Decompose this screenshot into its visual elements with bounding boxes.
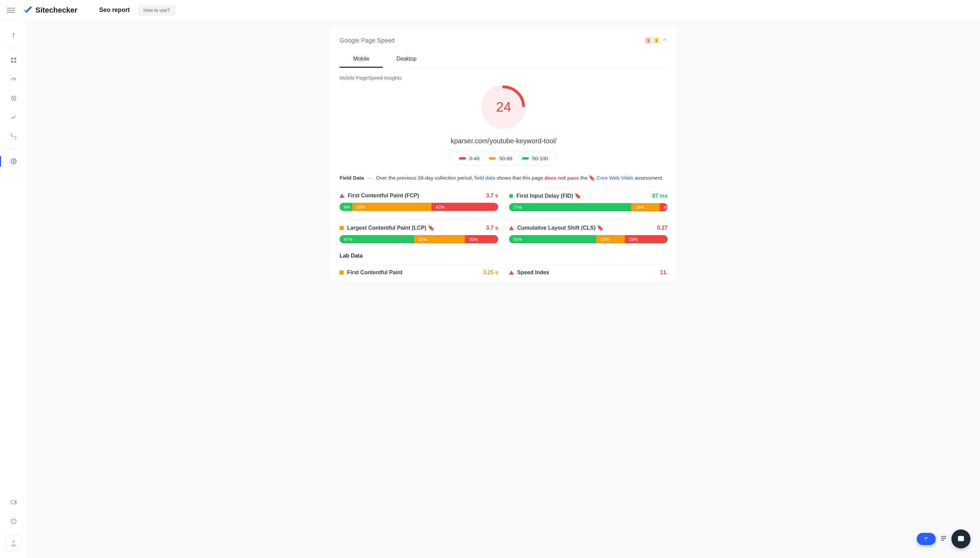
sidebar: ? [0,20,27,558]
metric-value: 11. [660,269,668,276]
chat-lines-icon [923,536,930,542]
metric-value: 87 ms [652,193,668,199]
metric-name: First Contentful Paint [347,269,480,276]
distribution-bar: 8%50%42% [340,203,498,211]
bar-segment: 32% [414,235,465,243]
bar-segment: 77% [509,203,631,211]
sidebar-item-link[interactable] [5,128,22,144]
legend-red: 0-49 [469,156,479,161]
sidebar-item-trend[interactable] [5,109,22,126]
user-avatar[interactable] [5,535,22,551]
metric-name: First Input Delay (FID)🔖 [517,192,649,199]
help-icon: ? [10,518,17,525]
bar-segment: 55% [509,235,596,243]
collapse-icon[interactable] [662,37,668,44]
svg-rect-8 [14,502,16,502]
svg-rect-3 [14,61,16,63]
how-to-button[interactable]: How to use? [138,5,176,16]
metric-value: 3.7 s [486,192,498,199]
notes-icon[interactable] [940,535,947,543]
intercom-fab[interactable] [951,529,970,548]
tab-desktop[interactable]: Desktop [383,51,430,68]
svg-rect-0 [11,58,13,60]
cwv-link[interactable]: Core Web Vitals [596,175,633,181]
brand-logo[interactable]: Sitechecker [23,5,77,15]
bar-segment: 50% [352,203,432,211]
status-shape-icon [509,271,514,274]
sidebar-item-target[interactable] [5,90,22,107]
wallet-icon [10,499,17,505]
gauge-icon [10,76,17,83]
sidebar-item-project[interactable] [5,27,22,44]
brand-text: Sitechecker [35,6,77,15]
metric-name: Cumulative Layout Shift (CLS)🔖 [517,225,654,231]
page-title: Seo report [99,7,130,14]
svg-point-5 [13,98,14,99]
svg-rect-1 [14,58,16,60]
metric-row: First Contentful Paint (FCP) 3.7 s 8%50%… [340,187,498,211]
metric-value: 3.7 s [486,225,498,231]
bar-segment: 47% [340,235,414,243]
field-data-link[interactable]: field data [474,175,495,181]
status-shape-icon [340,194,345,198]
plus-circle-icon [10,158,17,165]
svg-rect-13 [958,536,964,541]
menu-toggle-icon[interactable] [7,6,15,14]
chat-fab[interactable] [917,533,936,545]
insights-subtitle: Mobile PageSpeed Insights [340,75,668,80]
bar-segment: 20% [465,235,498,243]
user-icon [9,538,18,547]
field-data-label: Field Data [340,175,364,181]
svg-point-11 [12,540,15,543]
topbar: Sitechecker Seo report How to use? [0,0,980,20]
sidebar-item-help[interactable]: ? [5,513,22,529]
metric-row: Speed Index 11. [509,264,668,276]
error-count-badge: 1 [645,38,651,44]
bar-segment: 18% [596,235,625,243]
tested-url: kparser.com/youtube-keyword-tool/ [451,137,556,145]
bookmark-icon: 🔖 [597,225,604,231]
status-shape-icon [509,226,514,230]
main-content: Google Page Speed 1 1 Mobile Desktop Mob… [27,20,980,558]
metric-value: 3.25 s [483,269,498,276]
bookmark-icon: 🔖 [589,175,595,181]
legend-green: 90-100 [532,156,548,161]
metric-value: 0.27 [657,225,668,231]
metric-row: First Input Delay (FID)🔖 87 ms 77%18%4% [509,187,668,211]
status-shape-icon [509,194,513,198]
metric-name: Speed Index [517,269,657,276]
pass-status: does not pass [545,175,579,181]
metric-row: First Contentful Paint 3.25 s [340,264,498,276]
metric-row: Largest Contentful Paint (LCP)🔖 3.7 s 47… [340,220,498,243]
sidebar-item-speed[interactable] [5,71,22,87]
target-icon [10,95,17,102]
svg-rect-2 [11,61,13,63]
warn-count-badge: 1 [653,38,660,44]
link-icon [10,133,17,140]
sidebar-item-add[interactable] [5,153,22,169]
grid-icon [10,57,17,64]
sidebar-item-dashboard[interactable] [5,52,22,68]
svg-text:?: ? [12,519,14,523]
device-tabs: Mobile Desktop [340,51,668,68]
score-gauge: 24 [481,85,526,129]
sidebar-item-wallet[interactable] [5,494,22,510]
bookmark-icon: 🔖 [428,225,435,231]
pagespeed-card: Google Page Speed 1 1 Mobile Desktop Mob… [330,27,677,282]
divider [5,48,22,48]
distribution-bar: 55%18%28% [509,235,668,243]
status-shape-icon [340,271,344,274]
bar-segment: 18% [631,203,660,211]
metric-name: First Contentful Paint (FCP) [348,192,483,199]
card-title: Google Page Speed [340,37,395,44]
field-data-summary: Field Data — Over the previous 28-day co… [340,174,668,182]
trend-icon [10,114,17,121]
bar-segment: 28% [625,235,668,243]
bar-segment: 8% [340,203,352,211]
score-value: 24 [481,85,526,129]
tab-mobile[interactable]: Mobile [340,51,383,68]
legend-amber: 50-89 [499,156,512,161]
bar-segment: 4% [660,203,668,211]
distribution-bar: 47%32%20% [340,235,498,243]
metric-row: Cumulative Layout Shift (CLS)🔖 0.27 55%1… [509,220,668,243]
